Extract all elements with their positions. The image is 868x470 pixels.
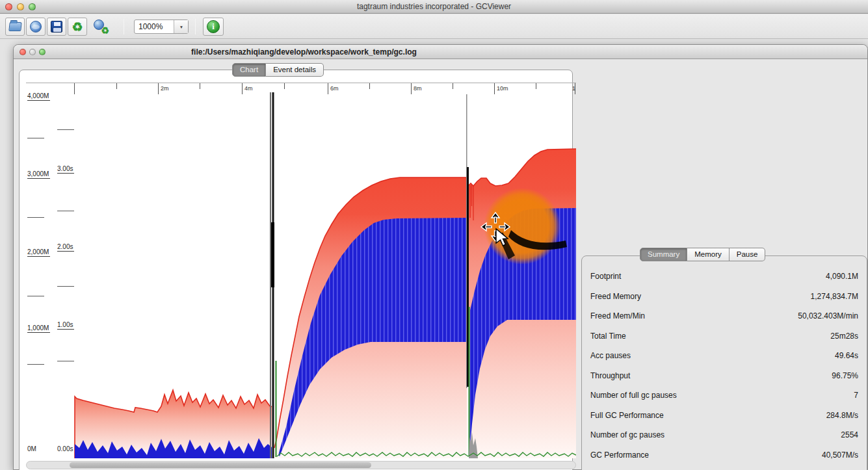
- open-file-button[interactable]: [5, 18, 25, 36]
- chart-viewport[interactable]: 2m 4m 6m 8m 10m 1 4,000M 3,000M 2,000M 1…: [26, 83, 576, 459]
- zoom-input[interactable]: [135, 20, 174, 33]
- chart-panel: 2m 4m 6m 8m 10m 1 4,000M 3,000M 2,000M 1…: [19, 70, 573, 470]
- main-titlebar: tagtraum industries incorporated - GCVie…: [0, 0, 868, 14]
- pause-tick-2s: 2.00s: [57, 243, 74, 252]
- summary-panel: Footprint 4,090.1M Freed Memory 1,274,83…: [581, 255, 867, 470]
- green-info-icon: i: [207, 20, 220, 33]
- globe-recycle-icon: ♻: [94, 20, 108, 34]
- stat-row-throughput: Throughput 96.75%: [582, 366, 867, 386]
- mem-tick-0: 0M: [27, 445, 38, 453]
- pause-tick-3s: 3.00s: [57, 165, 74, 174]
- open-url-button[interactable]: [26, 18, 46, 36]
- pause-halftick: [57, 211, 74, 211]
- stat-row-acc-pauses: Acc pauses 49.64s: [582, 346, 867, 366]
- event-line-gray: [270, 92, 271, 458]
- recycle-arrows-icon: ♻: [72, 21, 83, 33]
- move-cursor-icon: [476, 209, 516, 256]
- mem-tick-2000: 2,000M: [27, 248, 50, 257]
- stat-row-gc-count: Number of gc pauses 2554: [582, 425, 867, 445]
- stat-row-full-gc-performance: Full GC Performance 284.8M/s: [582, 406, 867, 426]
- doc-titlebar: file:/Users/mazhiqiang/develop/workspace…: [14, 45, 867, 59]
- watch-button[interactable]: ♻: [91, 18, 111, 36]
- young-line-1: [276, 361, 277, 457]
- mem-tick-4000: 4,000M: [27, 92, 50, 101]
- chart-hscrollbar[interactable]: [26, 461, 576, 469]
- stat-row-freed-mem-min: Freed Mem/Min 50,032.403M/min: [582, 306, 867, 326]
- app-title: tagtraum industries incorporated - GCVie…: [0, 2, 868, 11]
- mem-tick-3000: 3,000M: [27, 170, 50, 179]
- stat-row-footprint: Footprint 4,090.1M: [582, 267, 867, 287]
- stat-row-gc-performance: GC Performance 40,507M/s: [582, 445, 867, 465]
- toolbar-separator: [195, 19, 196, 34]
- zoom-combobox[interactable]: ▼: [134, 20, 189, 34]
- toolbar-separator: [124, 19, 124, 34]
- zoom-dropdown-button[interactable]: ▼: [174, 20, 188, 33]
- hscrollbar-thumb[interactable]: [70, 462, 371, 468]
- recycle-arrows-icon: ♻: [101, 25, 109, 36]
- stat-row-full-gc-count: Number of full gc pauses 7: [582, 385, 867, 406]
- tab-pause[interactable]: Pause: [730, 248, 766, 261]
- stat-row-total-time: Total Time 25m28s: [582, 326, 867, 346]
- mem-tick-1000: 1,000M: [27, 324, 50, 333]
- tab-summary[interactable]: Summary: [640, 248, 687, 261]
- doc-title: file:/Users/mazhiqiang/develop/workspace…: [14, 47, 594, 57]
- stats-tabs: Summary Memory Pause: [640, 248, 765, 261]
- toolbar: ♻ ♻ ▼ i: [0, 14, 868, 39]
- young-line-2: [469, 307, 470, 456]
- pause-tick-1s: 1.00s: [57, 321, 74, 330]
- pause-tick-0s: 0.00s: [57, 445, 74, 453]
- export-button[interactable]: [47, 18, 66, 36]
- mem-halftick: [27, 364, 44, 365]
- pause-halftick: [57, 286, 74, 287]
- globe-icon: [30, 21, 42, 33]
- summary-rows: Footprint 4,090.1M Freed Memory 1,274,83…: [582, 267, 867, 465]
- stat-row-freed-memory: Freed Memory 1,274,834.7M: [582, 287, 867, 307]
- mem-halftick: [27, 217, 44, 218]
- pause-halftick: [57, 129, 74, 130]
- toggle-model-panel-button[interactable]: i: [203, 18, 224, 36]
- full-gc-line-1-thick: [271, 222, 274, 287]
- mem-halftick: [27, 138, 44, 138]
- tab-chart[interactable]: Chart: [232, 63, 266, 77]
- floppy-disk-icon: [51, 21, 62, 33]
- tab-event-details[interactable]: Event details: [266, 63, 324, 77]
- view-tabs: Chart Event details: [232, 63, 324, 77]
- chevron-down-icon: ▼: [179, 24, 183, 29]
- refresh-button[interactable]: ♻: [68, 18, 87, 36]
- folder-icon: [8, 22, 21, 31]
- mem-halftick: [27, 296, 44, 296]
- pause-halftick: [57, 361, 74, 361]
- gc-log-window: file:/Users/mazhiqiang/develop/workspace…: [13, 44, 868, 470]
- tab-memory[interactable]: Memory: [687, 248, 730, 261]
